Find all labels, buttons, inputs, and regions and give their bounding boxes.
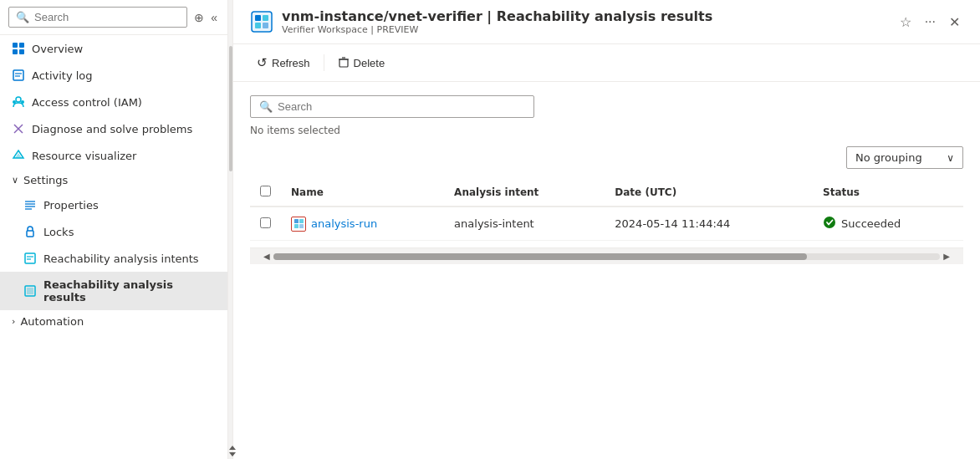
delete-label: Delete	[354, 57, 385, 69]
svg-rect-34	[294, 224, 299, 228]
svg-rect-32	[294, 219, 299, 223]
svg-rect-28	[263, 23, 268, 28]
col-status: Status	[813, 179, 963, 207]
reachability-results-icon	[23, 284, 37, 298]
refresh-button[interactable]: ↺ Refresh	[250, 51, 317, 74]
sidebar-item-reachability-results[interactable]: Reachability analysis results	[0, 272, 227, 310]
sidebar-item-resource-visualizer[interactable]: Resource visualizer	[0, 142, 227, 169]
header-title-area: vnm-instance/vnet-verifier | Reachabilit…	[282, 8, 896, 35]
svg-rect-1	[19, 43, 24, 48]
col-date: Date (UTC)	[605, 179, 813, 207]
diagnose-icon	[12, 122, 25, 135]
scrollbar-track[interactable]	[273, 253, 941, 260]
select-all-header	[250, 179, 281, 207]
row-analysis-intent-cell: analysis-intent	[444, 207, 605, 241]
row-checkbox-cell	[250, 207, 281, 241]
svg-rect-27	[255, 23, 261, 28]
properties-label: Properties	[43, 199, 99, 212]
overview-label: Overview	[32, 43, 83, 55]
delete-icon	[338, 56, 350, 70]
svg-point-8	[21, 100, 24, 104]
settings-section[interactable]: ∨ Settings	[0, 169, 227, 191]
page-title: vnm-instance/vnet-verifier | Reachabilit…	[282, 8, 896, 24]
toolbar-separator	[324, 54, 324, 71]
analysis-run-icon	[291, 217, 306, 232]
col-analysis-intent: Analysis intent	[444, 179, 605, 207]
close-btn[interactable]: ✕	[946, 11, 963, 33]
svg-rect-4	[13, 70, 23, 80]
select-all-checkbox[interactable]	[260, 186, 271, 196]
svg-rect-26	[263, 15, 268, 21]
sidebar-scroll-arrows	[229, 446, 232, 456]
access-control-label: Access control (IAM)	[32, 96, 142, 109]
svg-rect-3	[19, 49, 24, 54]
sidebar-item-locks[interactable]: Locks	[0, 218, 227, 245]
automation-section[interactable]: › Automation	[0, 310, 227, 333]
content-search-input[interactable]	[278, 100, 525, 113]
resource-visualizer-icon	[12, 149, 25, 162]
svg-rect-25	[255, 15, 261, 21]
svg-rect-29	[339, 59, 348, 67]
reachability-intents-label: Reachability analysis intents	[43, 252, 199, 265]
diagnose-label: Diagnose and solve problems	[32, 123, 192, 135]
settings-label: Settings	[23, 174, 68, 186]
sidebar-search-input[interactable]	[34, 11, 180, 23]
sidebar-search-row: 🔍 ⊕ «	[0, 0, 227, 35]
name-cell-container: analysis-run	[291, 217, 434, 232]
reachability-intents-icon	[23, 252, 37, 265]
refresh-icon: ↺	[257, 55, 268, 70]
access-control-icon	[12, 95, 25, 109]
content-area: 🔍 No items selected No grouping ∨	[233, 82, 980, 459]
activity-log-icon	[12, 69, 25, 82]
svg-point-7	[16, 97, 21, 102]
svg-rect-33	[299, 219, 304, 223]
svg-rect-24	[252, 12, 272, 32]
sidebar-item-diagnose[interactable]: Diagnose and solve problems	[0, 115, 227, 142]
horizontal-scrollbar: ◀ ▶	[250, 247, 963, 264]
properties-icon	[23, 198, 37, 212]
locks-icon	[23, 225, 37, 238]
sidebar-item-properties[interactable]: Properties	[0, 191, 227, 218]
delete-button[interactable]: Delete	[331, 52, 392, 74]
status-cell-container: Succeeded	[823, 216, 953, 232]
sidebar-scrollbar[interactable]	[228, 0, 233, 459]
scroll-left-btn[interactable]: ◀	[260, 252, 273, 261]
content-search-box[interactable]: 🔍	[250, 95, 534, 118]
page-subtitle: Verifier Workspace | PREVIEW	[282, 24, 896, 35]
scroll-up-arrow[interactable]	[229, 446, 236, 450]
favorite-btn[interactable]: ☆	[896, 11, 915, 33]
sidebar-action-btn[interactable]: ⊕	[192, 9, 206, 26]
no-items-label: No items selected	[250, 125, 963, 136]
status-label: Succeeded	[841, 217, 901, 230]
resource-visualizer-label: Resource visualizer	[32, 150, 136, 162]
automation-label: Automation	[20, 315, 84, 328]
status-success-icon	[823, 216, 836, 232]
sidebar-collapse-btn[interactable]: «	[209, 9, 219, 26]
sidebar-search-box[interactable]: 🔍	[8, 7, 187, 28]
table-header-row: Name Analysis intent Date (UTC) Status	[250, 179, 963, 207]
svg-rect-18	[27, 231, 33, 237]
sidebar-scroll-thumb	[229, 46, 232, 171]
more-actions-btn[interactable]: ···	[921, 11, 939, 33]
sidebar-item-access-control[interactable]: Access control (IAM)	[0, 89, 227, 115]
svg-rect-0	[13, 43, 18, 48]
results-table: Name Analysis intent Date (UTC) Status	[250, 179, 963, 241]
toolbar: ↺ Refresh Delete	[233, 44, 980, 82]
reachability-results-label: Reachability analysis results	[43, 278, 216, 303]
scroll-down-arrow[interactable]	[229, 452, 236, 456]
grouping-dropdown[interactable]: No grouping ∨	[846, 146, 963, 169]
sidebar: 🔍 ⊕ « Overview Activity log Access contr…	[0, 0, 228, 459]
scroll-right-btn[interactable]: ▶	[940, 252, 953, 261]
analysis-run-link[interactable]: analysis-run	[311, 217, 377, 230]
content-search-icon: 🔍	[259, 100, 273, 113]
sidebar-item-activity-log[interactable]: Activity log	[0, 62, 227, 89]
sidebar-nav: Overview Activity log Access control (IA…	[0, 35, 227, 459]
scrollbar-thumb	[273, 253, 807, 260]
row-date-cell: 2024-05-14 11:44:44	[605, 207, 813, 241]
sidebar-item-overview[interactable]: Overview	[0, 35, 227, 62]
grouping-row: No grouping ∨	[250, 146, 963, 169]
sidebar-item-reachability-intents[interactable]: Reachability analysis intents	[0, 245, 227, 272]
sidebar-search-icon: 🔍	[16, 11, 29, 23]
svg-rect-23	[27, 288, 33, 294]
row-checkbox[interactable]	[260, 217, 271, 228]
